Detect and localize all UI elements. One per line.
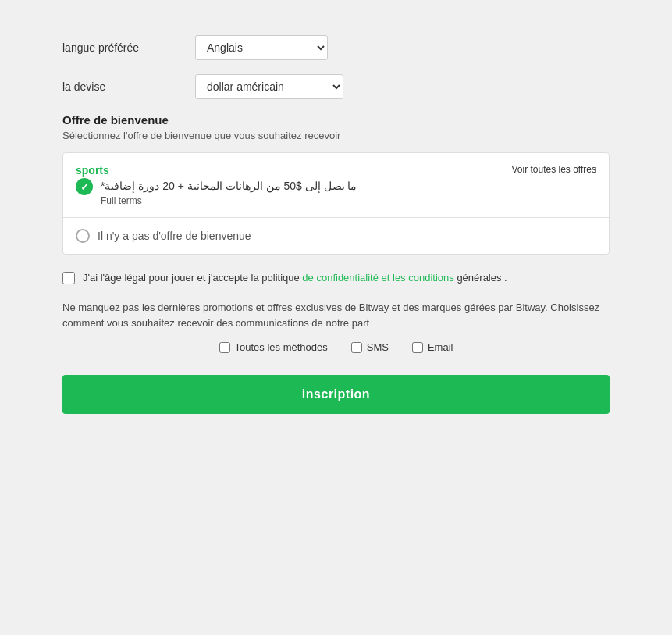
comm-option-sms[interactable]: SMS <box>351 341 389 353</box>
language-row: langue préférée Anglais Français Espagno… <box>62 35 610 60</box>
comm-checkbox-email[interactable] <box>412 342 423 353</box>
offer-sports-description: ما يصل إلى $50 من الرهانات المجانية + 20… <box>101 180 357 192</box>
terms-text-after: générales . <box>454 272 507 284</box>
offer-sports-terms[interactable]: Full terms <box>101 195 357 206</box>
comm-label-sms: SMS <box>367 341 389 353</box>
no-welcome-radio[interactable] <box>76 229 90 243</box>
comm-option-email[interactable]: Email <box>412 341 453 353</box>
language-label: langue préférée <box>62 41 195 54</box>
offer-sports-category: sports <box>76 164 357 177</box>
terms-text-before: J'ai l'âge légal pour jouer et j'accepte… <box>83 272 302 284</box>
promo-section: Ne manquez pas les dernières promotions … <box>62 300 610 354</box>
currency-row: la devise dollar américain Euro Livre st… <box>62 74 610 99</box>
welcome-offer-subtitle: Sélectionnez l'offre de bienvenue que vo… <box>62 130 610 141</box>
comm-options: Toutes les méthodes SMS Email <box>62 341 610 353</box>
currency-label: la devise <box>62 80 195 93</box>
promo-text: Ne manquez pas les dernières promotions … <box>62 300 610 333</box>
offers-box: sports ما يصل إلى $50 من الرهانات المجان… <box>62 152 610 255</box>
terms-link[interactable]: de confidentialité et les conditions <box>302 272 453 284</box>
welcome-offer-title: Offre de bienvenue <box>62 113 610 127</box>
no-welcome-label: Il n'y a pas d'offre de bienvenue <box>98 230 251 242</box>
comm-option-all[interactable]: Toutes les méthodes <box>219 341 328 353</box>
comm-label-email: Email <box>428 341 453 353</box>
currency-select[interactable]: dollar américain Euro Livre sterling <box>195 74 343 99</box>
see-all-offers-link[interactable]: Voir toutes les offres <box>511 164 596 175</box>
language-select[interactable]: Anglais Français Espagnol Arabe <box>195 35 328 60</box>
terms-checkbox[interactable] <box>62 272 75 284</box>
offer-selected-check <box>76 178 93 195</box>
comm-checkbox-sms[interactable] <box>351 342 362 353</box>
top-divider <box>62 16 610 16</box>
comm-checkbox-all[interactable] <box>219 342 230 353</box>
inscription-button[interactable]: inscription <box>62 375 610 414</box>
offer-sports[interactable]: sports ما يصل إلى $50 من الرهانات المجان… <box>63 153 609 218</box>
comm-label-all: Toutes les méthodes <box>235 341 328 353</box>
offer-no-welcome[interactable]: Il n'y a pas d'offre de bienvenue <box>63 218 609 254</box>
terms-text: J'ai l'âge légal pour jouer et j'accepte… <box>83 270 507 286</box>
terms-row: J'ai l'âge légal pour jouer et j'accepte… <box>62 270 610 286</box>
